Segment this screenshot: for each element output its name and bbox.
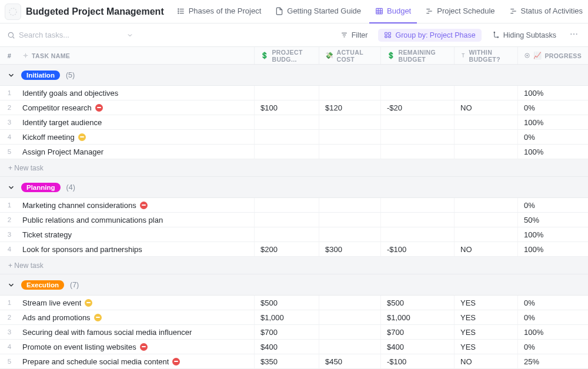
cell-actual[interactable] (319, 130, 380, 144)
task-name-cell[interactable]: Identify target audience (19, 118, 254, 127)
search-box[interactable] (7, 31, 119, 39)
cell-progress[interactable]: 0% (517, 296, 588, 310)
cell-remaining[interactable]: $400 (380, 340, 454, 354)
task-name-cell[interactable]: Promote on event listing websites (19, 343, 254, 351)
task-name-cell[interactable]: Marketing channel considerations (19, 201, 254, 210)
cell-progress[interactable]: 0% (517, 198, 588, 212)
task-name-cell[interactable]: Ticket strategy (19, 230, 254, 239)
tab-phases-of-the-project[interactable]: Phases of the Project (171, 0, 268, 24)
cell-within[interactable] (454, 145, 517, 159)
cell-actual[interactable] (319, 340, 380, 354)
cell-within[interactable] (454, 213, 517, 227)
table-row[interactable]: 5 Prepare and schedule social media cont… (0, 354, 588, 369)
table-row[interactable]: 1 Identify goals and objectives 100% (0, 86, 588, 100)
cell-progress[interactable]: 0% (517, 310, 588, 324)
cell-budget[interactable]: $1,000 (254, 310, 319, 324)
group-by-button[interactable]: Group by: Project Phase (378, 29, 481, 42)
tab-status-of-activities[interactable]: Status of Activities (503, 0, 588, 24)
cell-progress[interactable]: 50% (517, 213, 588, 227)
col-header-remaining[interactable]: 💲 REMAINING BUDGET (380, 47, 454, 64)
task-name-cell[interactable]: Securing deal with famous social media i… (19, 328, 254, 337)
cell-budget[interactable]: $100 (254, 100, 319, 115)
task-name-cell[interactable]: Ads and promotions (19, 313, 254, 322)
task-name-cell[interactable]: Assign Project Manager (19, 147, 254, 156)
cell-budget[interactable]: $500 (254, 296, 319, 310)
task-name-cell[interactable]: Look for sponsors and partnerships (19, 245, 254, 254)
cell-within[interactable]: YES (454, 340, 517, 354)
cell-budget[interactable] (254, 198, 319, 212)
search-dropdown-toggle[interactable] (123, 29, 136, 42)
group-collapse-toggle[interactable] (7, 281, 15, 289)
group-header-planning[interactable]: Planning (4) (0, 177, 588, 198)
col-header-within[interactable]: WITHIN BUDGET? (454, 47, 517, 64)
table-row[interactable]: 2 Ads and promotions $1,000 $1,000 YES 0… (0, 310, 588, 325)
new-task-button[interactable]: + New task (0, 159, 588, 177)
table-row[interactable]: 3 Identify target audience 100% (0, 115, 588, 130)
cell-budget[interactable]: $400 (254, 340, 319, 354)
tab-getting-started-guide[interactable]: Getting Started Guide (269, 0, 367, 24)
col-header-task-name[interactable]: TASK NAME (19, 47, 254, 64)
cell-progress[interactable]: 25% (517, 354, 588, 368)
cell-budget[interactable]: $700 (254, 325, 319, 339)
col-header-budget[interactable]: 💲 PROJECT BUDG... (254, 47, 319, 64)
cell-remaining[interactable] (380, 115, 454, 129)
cell-actual[interactable] (319, 145, 380, 159)
cell-budget[interactable] (254, 130, 319, 144)
cell-remaining[interactable] (380, 130, 454, 144)
cell-budget[interactable]: $200 (254, 242, 319, 256)
table-row[interactable]: 4 Kickoff meeting 0% (0, 130, 588, 145)
cell-actual[interactable]: $120 (319, 100, 380, 115)
cell-budget[interactable] (254, 115, 319, 129)
group-header-initiation[interactable]: Initiation (5) (0, 65, 588, 86)
col-header-actual[interactable]: 💸 ACTUAL COST (319, 47, 380, 64)
cell-progress[interactable]: 0% (517, 100, 588, 115)
cell-remaining[interactable]: -$100 (380, 242, 454, 256)
cell-within[interactable] (454, 86, 517, 100)
cell-within[interactable]: NO (454, 354, 517, 368)
tab-budget[interactable]: Budget (369, 0, 417, 24)
cell-within[interactable] (454, 115, 517, 129)
cell-progress[interactable]: 100% (517, 145, 588, 159)
table-row[interactable]: 3 Ticket strategy 100% (0, 227, 588, 242)
table-row[interactable]: 1 Marketing channel considerations 0% (0, 198, 588, 213)
table-row[interactable]: 4 Promote on event listing websites $400… (0, 340, 588, 354)
table-row[interactable]: 1 Stream live event $500 $500 YES 0% (0, 296, 588, 310)
cell-progress[interactable]: 0% (517, 340, 588, 354)
task-name-cell[interactable]: Kickoff meeting (19, 133, 254, 142)
cell-remaining[interactable]: -$100 (380, 354, 454, 368)
cell-progress[interactable]: 100% (517, 242, 588, 256)
cell-remaining[interactable] (380, 145, 454, 159)
cell-actual[interactable]: $300 (319, 242, 380, 256)
group-collapse-toggle[interactable] (7, 183, 15, 192)
cell-within[interactable] (454, 198, 517, 212)
cell-within[interactable]: YES (454, 325, 517, 339)
cell-remaining[interactable]: -$20 (380, 100, 454, 115)
new-task-button[interactable]: + New task (0, 257, 588, 274)
cell-actual[interactable] (319, 296, 380, 310)
cell-actual[interactable] (319, 325, 380, 339)
cell-progress[interactable]: 0% (517, 130, 588, 144)
table-row[interactable]: 3 Securing deal with famous social media… (0, 325, 588, 340)
filter-button[interactable]: Filter (335, 29, 374, 42)
cell-remaining[interactable] (380, 86, 454, 100)
cell-progress[interactable]: 100% (517, 227, 588, 241)
cell-budget[interactable] (254, 86, 319, 100)
group-header-execution[interactable]: Execution (7) (0, 274, 588, 296)
task-name-cell[interactable]: Identify goals and objectives (19, 89, 254, 98)
cell-remaining[interactable]: $700 (380, 325, 454, 339)
cell-actual[interactable] (319, 115, 380, 129)
cell-actual[interactable] (319, 227, 380, 241)
cell-actual[interactable] (319, 198, 380, 212)
group-collapse-toggle[interactable] (7, 71, 15, 79)
cell-remaining[interactable] (380, 213, 454, 227)
cell-remaining[interactable]: $500 (380, 296, 454, 310)
table-row[interactable]: 2 Competitor research $100 $120 -$20 NO … (0, 100, 588, 115)
task-name-cell[interactable]: Public relations and communications plan (19, 216, 254, 224)
table-row[interactable]: 2 Public relations and communications pl… (0, 213, 588, 227)
cell-remaining[interactable] (380, 198, 454, 212)
task-name-cell[interactable]: Competitor research (19, 103, 254, 112)
cell-progress[interactable]: 100% (517, 115, 588, 129)
cell-remaining[interactable] (380, 227, 454, 241)
task-name-cell[interactable]: Stream live event (19, 298, 254, 307)
cell-within[interactable]: NO (454, 242, 517, 256)
